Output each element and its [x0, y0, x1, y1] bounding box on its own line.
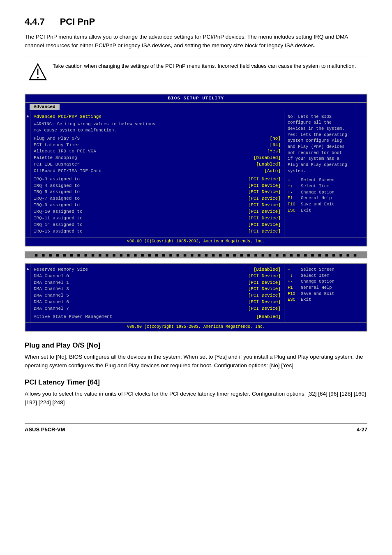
- sidebar-text-line: system.: [288, 168, 363, 174]
- sidebar-text-line: No: Lets the BIOS: [288, 114, 363, 120]
- bios-warning-line1: WARNING: Setting wrong values in below s…: [34, 121, 281, 133]
- nav-row: +-Change Option: [288, 189, 363, 196]
- bios2-extra-row: Active State Power-Management [Enabled]: [34, 314, 281, 320]
- footer-right: 4-27: [357, 426, 367, 433]
- bios1-item-row: Allocate IRQ to PCI VGA [Yes]: [34, 148, 281, 154]
- bios1-irq-row: IRQ-5 assigned to [PCI Device]: [34, 189, 281, 195]
- bios2-extra: Active State Power-Management [Enabled]: [34, 314, 281, 320]
- nav-row: ↑↓Select Item: [288, 183, 363, 189]
- sidebar-text-line: configure all the: [288, 120, 363, 126]
- bios-screenshots: BIOS SETUP UTILITY Advanced ▲ Advanced P…: [25, 94, 367, 332]
- sidebar-text-line: Plug and Play operating: [288, 162, 363, 168]
- bios2-item-row: DMA Channel 1 [PCI Device]: [34, 280, 281, 286]
- bios-screen-1: BIOS SETUP UTILITY Advanced ▲ Advanced P…: [25, 94, 367, 246]
- bios-sidebar-1: No: Lets the BIOSconfigure all thedevice…: [284, 111, 367, 237]
- section-title-text: PCI PnP: [60, 16, 95, 27]
- subsection-title: PCI Latency Timer [64]: [25, 378, 367, 387]
- bios1-irq-row: IRQ-10 assigned to [PCI Device]: [34, 209, 281, 215]
- svg-point-2: [37, 77, 39, 78]
- subsection-text: Allows you to select the value in units …: [25, 390, 367, 407]
- nav-row: +-Change Option: [288, 279, 363, 285]
- bios1-item-row: PCI IDE BusMaster [Enabled]: [34, 161, 281, 168]
- sidebar-text-line: not required for boot: [288, 150, 363, 156]
- bios-main-2: Reserved Memory Size [Disabled]DMA Chann…: [30, 264, 284, 322]
- sidebar-text-line: system configure Plug: [288, 138, 363, 144]
- bios2-item-row: DMA Channel 6 [PCI Device]: [34, 299, 281, 305]
- sidebar-text-line: devices in the system.: [288, 126, 363, 132]
- footer-left: ASUS P5CR-VM: [25, 426, 65, 433]
- bios1-irq-row: IRQ-11 assigned to [PCI Device]: [34, 215, 281, 221]
- bios1-nav: ↔Select Screen↑↓Select Item+-Change Opti…: [288, 177, 363, 213]
- nav-row: F10Save and Exit: [288, 291, 363, 297]
- section-heading: 4.4.7 PCI PnP: [25, 16, 367, 27]
- nav-row: F10Save and Exit: [288, 201, 363, 207]
- bios1-irq-items: IRQ-3 assigned to [PCI Device]IRQ-4 assi…: [34, 176, 281, 235]
- nav-row: F1General Help: [288, 195, 363, 201]
- bios-screen-2: ▲ Reserved Memory Size [Disabled]DMA Cha…: [25, 263, 367, 332]
- bios-tab: Advanced: [30, 104, 60, 110]
- bios1-irq-row: IRQ-14 assigned to [PCI Device]: [34, 222, 281, 228]
- sidebar-text-line: Yes: Lets the operating: [288, 132, 363, 138]
- bios1-irq-row: IRQ-15 assigned to [PCI Device]: [34, 228, 281, 235]
- bios1-item-row: OffBoard PCI/ISA IDE Card [Auto]: [34, 168, 281, 174]
- page-footer: ASUS P5CR-VM 4-27: [25, 424, 367, 433]
- bios-separator: ■ ■ ■ ■ ■ ■ ■ ■ ■ ■ ■ ■ ■ ■ ■ ■ ■ ■ ■ ■ …: [25, 251, 367, 258]
- bios2-item-row: Reserved Memory Size [Disabled]: [34, 267, 281, 273]
- nav-row: F1General Help: [288, 285, 363, 291]
- intro-text: The PCI PnP menu items allow you to chan…: [25, 33, 367, 50]
- bios2-item-row: DMA Channel 3 [PCI Device]: [34, 286, 281, 292]
- bios1-irq-row: IRQ-7 assigned to [PCI Device]: [34, 196, 281, 202]
- bios-titlebar-1: BIOS SETUP UTILITY: [25, 94, 367, 103]
- bios-content-1: ▲ Advanced PCI/PnP Settings WARNING: Set…: [25, 111, 367, 237]
- bios-screen1-header: Advanced PCI/PnP Settings: [34, 114, 281, 120]
- bios1-irq-row: IRQ-9 assigned to [PCI Device]: [34, 202, 281, 208]
- nav-row: ESCExit: [288, 207, 363, 214]
- bios2-item-row: DMA Channel 0 [PCI Device]: [34, 273, 281, 279]
- nav-row: ESCExit: [288, 297, 363, 303]
- sidebar-text-line: if your system has a: [288, 156, 363, 162]
- bios-main-1: Advanced PCI/PnP Settings WARNING: Setti…: [30, 111, 284, 237]
- bios1-sidebar-text: No: Lets the BIOSconfigure all thedevice…: [288, 114, 363, 174]
- bios1-irq-row: IRQ-4 assigned to [PCI Device]: [34, 183, 281, 189]
- sidebar-text-line: and Play (PnP) devices: [288, 144, 363, 150]
- subsection-text: When set to [No], BIOS configures all th…: [25, 353, 367, 370]
- bios1-item-row: PCI Latency Timer [64]: [34, 142, 281, 148]
- bios-content-2: ▲ Reserved Memory Size [Disabled]DMA Cha…: [25, 264, 367, 322]
- bios-footer-2: v00.00 (C)Copyright 1985-2003, American …: [25, 322, 367, 331]
- bios1-item-row: Palette Snooping [Disabled]: [34, 155, 281, 161]
- nav-row: ↑↓Select Item: [288, 273, 363, 279]
- bios1-item-row: Plug And Play O/S [No]: [34, 136, 281, 142]
- subsections-container: Plug and Play O/S [No]When set to [No], …: [25, 341, 367, 407]
- bios2-items: Reserved Memory Size [Disabled]DMA Chann…: [34, 267, 281, 312]
- bios-sidebar-2: ↔Select Screen↑↓Select Item+-Change Opti…: [284, 264, 367, 322]
- warning-box: Take caution when changing the settings …: [25, 57, 367, 86]
- bios2-item-row: DMA Channel 5 [PCI Device]: [34, 292, 281, 299]
- section-number: 4.4.7: [25, 16, 45, 27]
- warning-text: Take caution when changing the settings …: [53, 62, 356, 70]
- bios-footer-1: v00.00 (C)Copyright 1985-2003, American …: [25, 237, 367, 246]
- nav-row: ↔Select Screen: [288, 177, 363, 183]
- bios1-irq-row: IRQ-3 assigned to [PCI Device]: [34, 176, 281, 182]
- warning-icon: [29, 63, 47, 81]
- bios1-items: Plug And Play O/S [No]PCI Latency Timer …: [34, 136, 281, 174]
- bios2-nav: ↔Select Screen↑↓Select Item+-Change Opti…: [288, 267, 363, 303]
- bios2-item-row: DMA Channel 7 [PCI Device]: [34, 306, 281, 312]
- subsection-title: Plug and Play O/S [No]: [25, 341, 367, 350]
- nav-row: ↔Select Screen: [288, 267, 363, 273]
